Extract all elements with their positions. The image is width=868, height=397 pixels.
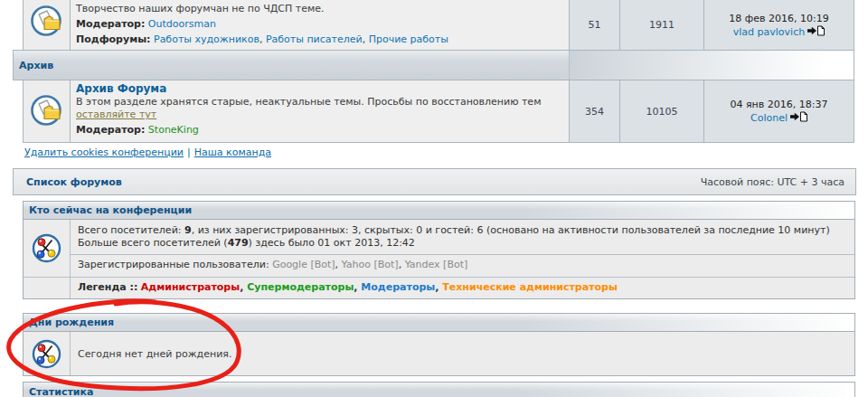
- table-left-spacer: [13, 0, 23, 50]
- forum-description: Творчество наших форумчан не по ЧДСП тем…: [76, 3, 563, 15]
- legend-left-cell: [24, 278, 71, 298]
- who-is-online-header: Кто сейчас на конференции: [24, 202, 854, 220]
- footer-links: Удалить cookies конференции|Наша команда: [24, 147, 271, 158]
- forum-row-creative: Творчество наших форумчан не по ЧДСП тем…: [13, 0, 854, 50]
- subforum-link[interactable]: Прочие работы: [369, 33, 448, 45]
- visitor-stats-line2: Больше всего посетителей (479) здесь был…: [78, 237, 847, 250]
- statistics-header: Статистика: [24, 383, 854, 397]
- forumlist-bar: Список форумов Часовой пояс: UTC + 3 час…: [13, 168, 856, 195]
- topics-count: 354: [570, 80, 620, 143]
- moderator-link[interactable]: StoneKing: [148, 124, 199, 136]
- who-is-online-icon: [31, 232, 62, 264]
- last-post-user-link[interactable]: Colonel: [750, 112, 788, 124]
- visitor-stats: Всего посетителей: 9, из них зарегистрир…: [71, 220, 854, 255]
- board-index-link[interactable]: Список форумов: [26, 176, 122, 188]
- table-left-spacer: [13, 80, 23, 143]
- last-post-date: 04 янв 2016, 18:37: [731, 98, 828, 111]
- no-birthdays-text: Сегодня нет дней рождения.: [71, 332, 854, 375]
- bot-user: Yandex [Bot]: [405, 259, 468, 270]
- category-title-cell: Архив: [14, 51, 570, 80]
- moderator-line: Модератор: StoneKing: [76, 123, 563, 137]
- forum-folder-icon: [28, 93, 66, 129]
- legend-row: Легенда :: АдминистраторыСупермодераторы…: [24, 277, 854, 298]
- statistics-section: Статистика: [23, 382, 855, 397]
- birthdays-title: Дни рождения: [29, 317, 114, 328]
- visitor-count: 9: [184, 224, 192, 236]
- link-separator: |: [187, 147, 191, 158]
- forum-index-page: Творчество наших форумчан не по ЧДСП тем…: [0, 0, 868, 397]
- statistics-title: Статистика: [29, 386, 93, 397]
- forum-folder-icon: [28, 4, 66, 40]
- registered-users-label: Зарегистрированные пользователи:: [78, 259, 272, 270]
- forum-row-archive: Архив Форума В этом разделе хранятся ста…: [13, 80, 854, 143]
- category-row-archive: Архив: [13, 50, 854, 80]
- subforums-line: Подфорумы: Работы художниковРаботы писат…: [76, 33, 563, 46]
- forum-icon-cell: [23, 0, 71, 50]
- moderator-link[interactable]: Outdoorsman: [148, 18, 216, 30]
- record-count: 479: [228, 237, 249, 249]
- moderator-label: Модератор:: [76, 124, 145, 136]
- last-post-user-link[interactable]: vlad pavlovich: [733, 26, 805, 38]
- who-is-online-section: Кто сейчас на конференции Всего п: [23, 201, 855, 299]
- last-post-date: 18 фев 2016, 10:19: [729, 12, 828, 25]
- registered-users-line: Зарегистрированные пользователи: Google …: [71, 255, 854, 277]
- forum-description: В этом разделе хранятся старые, неактуал…: [76, 96, 563, 121]
- the-team-link[interactable]: Наша команда: [194, 147, 271, 158]
- topics-count: 51: [570, 0, 620, 50]
- category-archive-link[interactable]: Архив: [19, 60, 53, 71]
- moderator-line: Модератор: Outdoorsman: [76, 17, 563, 31]
- stats-text: Всего посетителей:: [78, 224, 184, 236]
- online-stats-cell: Всего посетителей: 9, из них зарегистрир…: [71, 220, 854, 277]
- birthdays-body: Сегодня нет дней рождения.: [24, 332, 854, 375]
- bot-user: Google [Bot]: [272, 259, 341, 270]
- posts-count: 1911: [620, 0, 704, 50]
- legend-administrators-link[interactable]: Администраторы: [141, 281, 247, 293]
- goto-last-post-icon[interactable]: [790, 111, 807, 122]
- subforums-label: Подфорумы:: [76, 33, 151, 45]
- goto-last-post-icon[interactable]: [807, 25, 825, 36]
- forum-table: Творчество наших форумчан не по ЧДСП тем…: [13, 0, 854, 143]
- stats-text: Больше всего посетителей (: [78, 237, 228, 249]
- visitor-stats-line1: Всего посетителей: 9, из них зарегистрир…: [78, 224, 847, 237]
- who-is-online-title: Кто сейчас на конференции: [29, 204, 192, 216]
- category-gradient-cell: [570, 51, 854, 80]
- forum-description-text: В этом разделе хранятся старые, неактуал…: [76, 96, 541, 108]
- forum-icon-cell: [23, 80, 71, 143]
- stats-text: ) здесь было 01 окт 2013, 12:42: [249, 237, 415, 249]
- last-post-cell: 04 янв 2016, 18:37 Colonel: [704, 80, 854, 143]
- timezone-label: Часовой пояс: UTC + 3 часа: [701, 176, 844, 188]
- subforum-link[interactable]: Работы художников: [154, 33, 266, 45]
- subforum-link[interactable]: Работы писателей: [266, 33, 369, 45]
- legend-supermoderators-link[interactable]: Супермодераторы: [247, 281, 361, 293]
- birthdays-header: Дни рождения: [24, 314, 854, 332]
- moderator-label: Модератор:: [76, 18, 145, 30]
- legend-label: Легенда ::: [78, 281, 137, 293]
- online-icon-cell: [24, 220, 71, 277]
- legend-tech-admins-link[interactable]: Технические администраторы: [442, 281, 618, 293]
- birthday-icon: [31, 338, 62, 370]
- forum-info-cell: Архив Форума В этом разделе хранятся ста…: [71, 80, 570, 143]
- legend-moderators-link[interactable]: Модераторы: [361, 281, 442, 293]
- last-post-cell: 18 фев 2016, 10:19 vlad pavlovich: [704, 0, 854, 50]
- birthdays-section: Дни рождения Сегодня нет дней рождения.: [23, 313, 855, 376]
- stats-text: , из них зарегистрированных: 3, скрытых:…: [192, 224, 830, 236]
- delete-cookies-link[interactable]: Удалить cookies конференции: [24, 147, 184, 158]
- bot-user: Yahoo [Bot]: [342, 259, 405, 270]
- birthday-icon-cell: [24, 332, 71, 375]
- posts-count: 10105: [620, 80, 704, 143]
- forum-title-link[interactable]: Архив Форума: [76, 82, 166, 95]
- forum-info-cell: Творчество наших форумчан не по ЧДСП тем…: [71, 0, 570, 50]
- leave-here-link[interactable]: оставляйте тут: [76, 109, 156, 120]
- who-is-online-body: Всего посетителей: 9, из них зарегистрир…: [24, 220, 854, 277]
- legend-line: Легенда :: АдминистраторыСупермодераторы…: [71, 278, 854, 298]
